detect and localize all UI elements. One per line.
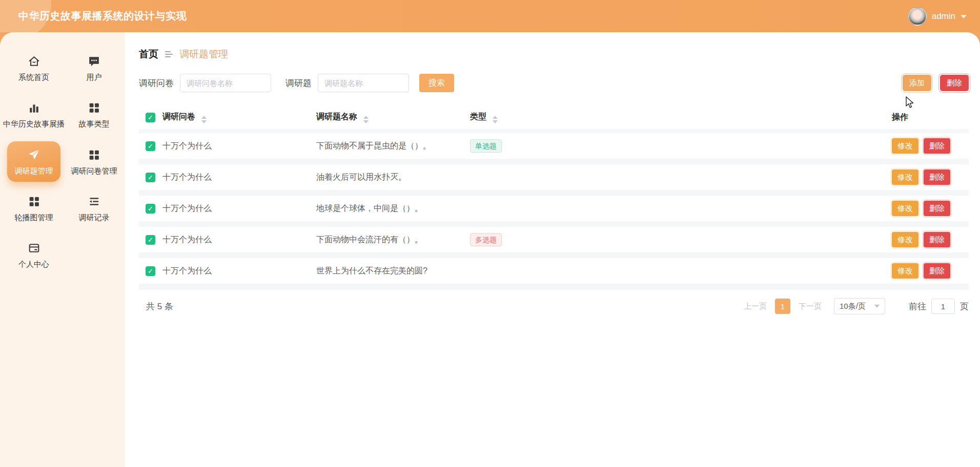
sidebar-item-label: 调研记录 [79, 213, 110, 222]
grid-icon [27, 195, 41, 208]
sidebar: 系统首页 用户 中华历史故事展播 故事类型 [0, 32, 125, 467]
row-question: 世界上为什么不存在完美的圆? [316, 266, 470, 277]
delete-row-button[interactable]: 删除 [924, 232, 950, 247]
delete-row-button[interactable]: 删除 [924, 138, 950, 154]
chevron-down-icon [961, 15, 967, 18]
grid-icon [87, 101, 101, 115]
sidebar-item-label: 系统首页 [18, 73, 49, 81]
sidebar-item-label: 用户 [87, 73, 102, 81]
delete-row-button[interactable]: 删除 [924, 263, 950, 279]
breadcrumb: 首页 调研题管理 [139, 48, 969, 61]
goto-page: 前往 页 [909, 299, 969, 314]
sidebar-item-label: 个人中心 [18, 260, 49, 268]
column-header-survey[interactable]: 调研问卷 [162, 112, 316, 123]
row-survey: 十万个为什么 [162, 172, 316, 183]
row-survey: 十万个为什么 [162, 266, 316, 277]
pagination: 上一页 1 下一页 10条/页 前往 页 [744, 298, 969, 314]
goto-page-input[interactable] [931, 299, 955, 314]
row-checkbox[interactable] [146, 141, 155, 151]
survey-filter-input[interactable] [180, 74, 271, 92]
sidebar-item-survey-question-mgmt[interactable]: 调研题管理 [7, 141, 60, 182]
table-footer: 共 5 条 上一页 1 下一页 10条/页 前往 页 [139, 298, 969, 314]
row-checkbox[interactable] [146, 235, 155, 245]
sidebar-item-story-type[interactable]: 故事类型 [66, 94, 122, 135]
sidebar-item-label: 轮播图管理 [15, 213, 53, 222]
current-page-button[interactable]: 1 [775, 299, 790, 314]
search-button[interactable]: 搜索 [419, 74, 454, 92]
edit-button[interactable]: 修改 [892, 201, 918, 216]
table-row: 十万个为什么 油着火后可以用水扑灭。 修改 删除 [139, 164, 969, 190]
sort-icon[interactable] [493, 116, 498, 123]
sidebar-item-story-broadcast[interactable]: 中华历史故事展播 [2, 94, 66, 135]
grid-icon [87, 148, 101, 162]
column-header-question[interactable]: 调研题名称 [316, 112, 470, 123]
sidebar-item-label: 调研题管理 [15, 166, 53, 175]
chevron-down-icon [874, 305, 880, 308]
page-size-select[interactable]: 10条/页 [834, 298, 885, 314]
edit-button[interactable]: 修改 [892, 263, 918, 279]
sidebar-item-carousel-mgmt[interactable]: 轮播图管理 [2, 188, 66, 228]
row-checkbox[interactable] [146, 173, 155, 182]
sort-icon[interactable] [201, 116, 207, 123]
edit-button[interactable]: 修改 [892, 169, 918, 185]
question-filter-input[interactable] [318, 74, 409, 92]
edit-button[interactable]: 修改 [892, 232, 918, 247]
type-badge: 单选题 [470, 139, 502, 153]
card-icon [27, 241, 41, 255]
user-menu[interactable]: admin [908, 7, 967, 26]
sidebar-item-personal-center[interactable]: 个人中心 [2, 235, 66, 275]
question-filter-label: 调研题 [285, 77, 312, 89]
home-icon [27, 54, 41, 68]
page-unit-label: 页 [960, 301, 969, 312]
app-header: 中华历史故事展播系统的设计与实现 admin [0, 0, 980, 32]
row-checkbox[interactable] [146, 266, 155, 276]
add-button[interactable]: 添加 [903, 75, 931, 91]
table-row: 十万个为什么 世界上为什么不存在完美的圆? 修改 删除 [139, 258, 969, 284]
table-row: 十万个为什么 地球是个球体，中间是（）。 修改 删除 [139, 196, 969, 221]
column-header-actions: 操作 [892, 112, 969, 123]
content-shell: 系统首页 用户 中华历史故事展播 故事类型 [0, 32, 980, 467]
sidebar-item-label: 中华历史故事展播 [3, 119, 65, 128]
select-all-checkbox[interactable] [146, 113, 155, 122]
breadcrumb-home[interactable]: 首页 [139, 48, 158, 61]
total-count: 共 5 条 [146, 301, 173, 312]
sidebar-item-survey-records[interactable]: 调研记录 [66, 188, 122, 228]
page-size-value: 10条/页 [840, 302, 866, 311]
row-question: 下面动物中会流汗的有（）。 [316, 235, 470, 245]
survey-question-table: 调研问卷 调研题名称 类型 操作 十万个为什么 下 [139, 105, 969, 290]
row-question: 下面动物不属于昆虫的是（）。 [316, 141, 470, 152]
row-survey: 十万个为什么 [162, 235, 316, 245]
sidebar-nav: 系统首页 用户 中华历史故事展播 故事类型 [2, 48, 122, 275]
delete-row-button[interactable]: 删除 [924, 201, 950, 216]
avatar[interactable] [908, 7, 927, 26]
sidebar-item-label: 调研问卷管理 [71, 166, 117, 175]
sidebar-item-system-home[interactable]: 系统首页 [2, 48, 66, 88]
send-icon [27, 148, 41, 162]
message-icon [87, 54, 101, 68]
sidebar-item-users[interactable]: 用户 [66, 48, 122, 88]
row-survey: 十万个为什么 [162, 203, 316, 214]
delete-row-button[interactable]: 删除 [924, 169, 950, 185]
row-question: 地球是个球体，中间是（）。 [316, 203, 470, 214]
row-survey: 十万个为什么 [162, 141, 316, 152]
table-row: 十万个为什么 下面动物中会流汗的有（）。 多选题 修改 删除 [139, 227, 969, 252]
table-header-row: 调研问卷 调研题名称 类型 操作 [139, 105, 969, 129]
breadcrumb-current: 调研题管理 [179, 48, 228, 61]
table-toolbar-actions: 添加 删除 [903, 75, 969, 91]
app-title: 中华历史故事展播系统的设计与实现 [18, 9, 187, 23]
column-header-type[interactable]: 类型 [470, 112, 624, 123]
sidebar-item-label: 故事类型 [79, 119, 110, 128]
survey-filter-label: 调研问卷 [139, 77, 174, 89]
row-checkbox[interactable] [146, 204, 155, 214]
sidebar-item-survey-mgmt[interactable]: 调研问卷管理 [66, 141, 122, 182]
sort-icon[interactable] [363, 116, 369, 123]
delete-button[interactable]: 删除 [940, 75, 969, 91]
next-page-button[interactable]: 下一页 [799, 302, 822, 311]
prev-page-button[interactable]: 上一页 [744, 302, 767, 311]
main-content: 首页 调研题管理 调研问卷 调研题 搜索 添加 删除 调研问卷 [125, 32, 980, 467]
type-badge: 多选题 [470, 233, 502, 246]
edit-button[interactable]: 修改 [892, 138, 918, 154]
table-row: 十万个为什么 下面动物不属于昆虫的是（）。 单选题 修改 删除 [139, 133, 969, 159]
goto-label: 前往 [909, 301, 926, 312]
row-question: 油着火后可以用水扑灭。 [316, 172, 470, 183]
